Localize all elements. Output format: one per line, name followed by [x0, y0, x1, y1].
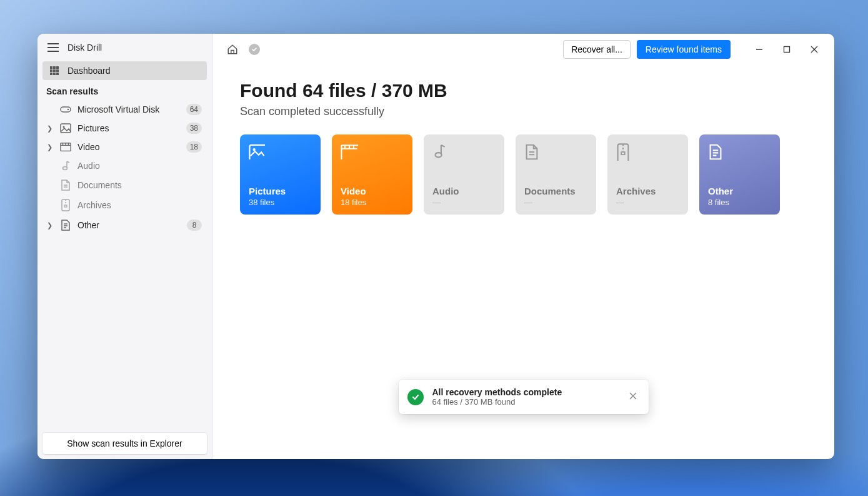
- video-icon: [60, 142, 71, 152]
- card-subtitle: —: [524, 198, 587, 207]
- card-title: Documents: [524, 186, 587, 196]
- svg-rect-4: [53, 69, 56, 72]
- recover-all-button[interactable]: Recover all...: [563, 40, 631, 59]
- category-card-video[interactable]: Video18 files: [332, 134, 412, 215]
- toolbar: Recover all... Review found items: [212, 34, 834, 63]
- toolbar-left: [224, 41, 260, 58]
- sidebar-list: Dashboard Scan results Microsoft Virtual…: [37, 59, 212, 428]
- app-title: Disk Drill: [67, 43, 102, 53]
- card-subtitle: —: [616, 198, 679, 207]
- grid-icon: [49, 66, 60, 76]
- svg-rect-28: [784, 47, 790, 53]
- review-found-items-button[interactable]: Review found items: [637, 40, 731, 59]
- svg-point-10: [67, 109, 69, 110]
- card-title: Video: [341, 186, 404, 196]
- svg-rect-8: [56, 73, 59, 75]
- sidebar-item-dashboard[interactable]: Dashboard: [42, 61, 207, 80]
- category-cards: Pictures38 filesVideo18 filesAudio—Docum…: [240, 134, 807, 215]
- sidebar-item-video[interactable]: ❯Video18: [42, 138, 207, 156]
- sidebar-item-label: Documents: [77, 180, 202, 190]
- svg-rect-7: [53, 73, 56, 75]
- sidebar-item-label: Archives: [77, 200, 202, 210]
- sidebar-tree: Microsoft Virtual Disk64❯Pictures38❯Vide…: [42, 100, 207, 235]
- svg-rect-9: [61, 107, 71, 112]
- maximize-button[interactable]: [776, 41, 798, 58]
- sidebar: Disk Drill Dashboard Scan results Micros…: [37, 34, 212, 459]
- other-icon: [60, 219, 71, 231]
- documents-icon: [524, 143, 542, 161]
- main-panel: Recover all... Review found items Found …: [212, 34, 834, 459]
- sidebar-item-microsoft-virtual-disk[interactable]: Microsoft Virtual Disk64: [42, 100, 207, 119]
- svg-rect-2: [56, 66, 59, 69]
- chevron-right-icon: ❯: [45, 221, 54, 230]
- sidebar-footer: Show scan results in Explorer: [37, 428, 212, 459]
- toast-complete: All recovery methods complete 64 files /…: [399, 380, 649, 414]
- check-circle-icon: [407, 389, 424, 405]
- show-in-explorer-button[interactable]: Show scan results in Explorer: [42, 433, 207, 454]
- svg-rect-31: [249, 145, 265, 159]
- sidebar-item-audio[interactable]: Audio: [42, 156, 207, 175]
- svg-rect-11: [61, 124, 71, 133]
- svg-rect-6: [50, 73, 52, 75]
- card-subtitle: 18 files: [341, 198, 404, 207]
- sidebar-item-label: Pictures: [77, 123, 180, 133]
- disk-icon: [60, 105, 71, 114]
- count-badge: 64: [186, 104, 202, 115]
- pictures-icon: [249, 143, 266, 161]
- toast-close-button[interactable]: [626, 389, 640, 405]
- category-card-other[interactable]: Other8 files: [699, 134, 780, 215]
- svg-rect-23: [64, 205, 67, 207]
- minimize-button[interactable]: [748, 41, 771, 58]
- close-button[interactable]: [803, 41, 826, 58]
- sidebar-header: Disk Drill: [37, 34, 212, 59]
- result-subheadline: Scan completed successfully: [240, 105, 807, 118]
- svg-rect-1: [53, 66, 56, 69]
- card-subtitle: 38 files: [249, 198, 312, 207]
- count-badge: 8: [187, 220, 202, 231]
- chevron-right-icon: ❯: [45, 124, 54, 133]
- home-button[interactable]: [224, 41, 241, 58]
- card-subtitle: —: [432, 198, 496, 207]
- card-title: Other: [708, 186, 771, 196]
- video-icon: [341, 143, 358, 161]
- card-title: Pictures: [249, 186, 312, 196]
- other-icon: [708, 143, 726, 161]
- category-card-documents: Documents—: [516, 134, 596, 215]
- pictures-icon: [60, 123, 71, 133]
- archives-icon: [60, 199, 71, 211]
- audio-icon: [60, 160, 71, 171]
- sidebar-item-label: Audio: [77, 161, 202, 171]
- card-title: Archives: [616, 186, 679, 196]
- category-card-archives: Archives—: [607, 134, 688, 215]
- category-card-audio: Audio—: [424, 134, 504, 215]
- sidebar-item-label: Other: [77, 220, 181, 230]
- card-title: Audio: [432, 186, 496, 196]
- archives-icon: [616, 143, 634, 161]
- svg-rect-5: [56, 69, 59, 72]
- sidebar-item-other[interactable]: ❯Other8: [42, 215, 207, 235]
- svg-rect-3: [50, 69, 52, 72]
- card-subtitle: 8 files: [708, 198, 771, 207]
- window-controls: [748, 41, 826, 58]
- sidebar-item-archives[interactable]: Archives: [42, 195, 207, 215]
- category-card-pictures[interactable]: Pictures38 files: [240, 134, 321, 215]
- sidebar-item-pictures[interactable]: ❯Pictures38: [42, 119, 207, 138]
- result-headline: Found 64 files / 370 MB: [240, 80, 807, 101]
- svg-rect-0: [50, 66, 52, 69]
- count-badge: 38: [186, 123, 202, 134]
- sidebar-section-scan-results: Scan results: [42, 80, 207, 100]
- chevron-right-icon: ❯: [45, 143, 54, 151]
- count-badge: 18: [186, 141, 202, 153]
- svg-rect-43: [621, 152, 625, 154]
- sidebar-item-documents[interactable]: Documents: [42, 175, 207, 195]
- app-window: Disk Drill Dashboard Scan results Micros…: [37, 34, 834, 459]
- svg-point-18: [63, 167, 67, 170]
- svg-point-38: [436, 153, 442, 157]
- status-complete-icon: [249, 44, 260, 55]
- sidebar-item-label: Microsoft Virtual Disk: [77, 104, 180, 114]
- sidebar-item-label: Dashboard: [67, 66, 111, 76]
- sidebar-item-label: Video: [77, 142, 180, 152]
- toast-subtitle: 64 files / 370 MB found: [432, 397, 617, 407]
- documents-icon: [60, 179, 71, 191]
- menu-icon[interactable]: [47, 43, 59, 52]
